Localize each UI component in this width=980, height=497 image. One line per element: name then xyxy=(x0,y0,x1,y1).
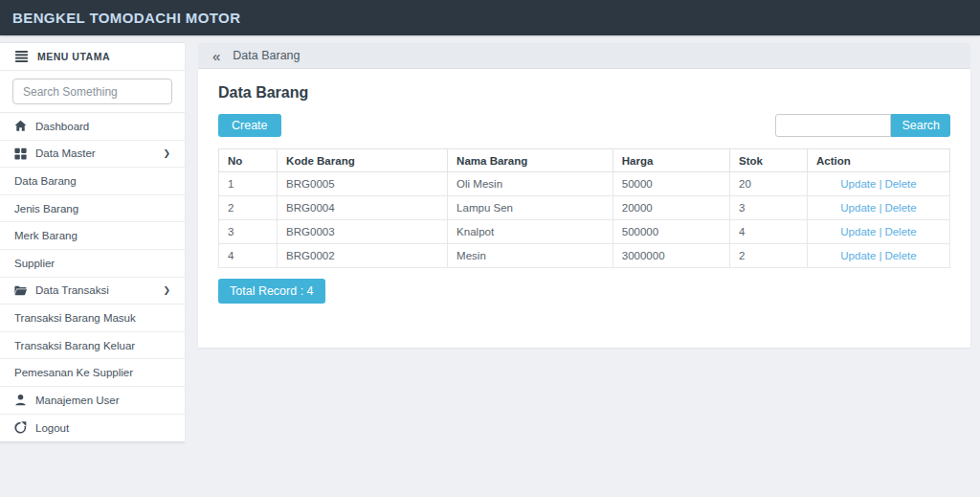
action-separator: | xyxy=(879,226,881,237)
cell-harga: 50000 xyxy=(612,172,729,196)
sidebar-menu-header: MENU UTAMA xyxy=(0,43,185,71)
delete-link[interactable]: Delete xyxy=(884,202,916,214)
update-link[interactable]: Update xyxy=(840,178,876,190)
sidebar-item-pemesanan-ke-supplier[interactable]: Pemesanan Ke Supplier xyxy=(0,359,185,387)
sidebar-item-label: Data Barang xyxy=(14,175,77,187)
user-icon xyxy=(14,394,27,406)
app-title: BENGKEL TOMODACHI MOTOR xyxy=(12,10,240,26)
cell-no: 2 xyxy=(219,196,278,220)
content-panel: Data Barang Create Search No Kode Barang… xyxy=(198,69,970,348)
sidebar-item-manajemen-user[interactable]: Manajemen User xyxy=(0,387,185,415)
table-search-input[interactable] xyxy=(775,114,891,137)
cell-harga: 500000 xyxy=(612,220,729,244)
page-title: Data Barang xyxy=(218,84,950,102)
cell-kode: BRG0002 xyxy=(278,244,448,268)
app-header: BENGKEL TOMODACHI MOTOR xyxy=(0,0,980,35)
cell-stok: 4 xyxy=(730,220,808,244)
collapse-sidebar-icon[interactable]: « xyxy=(212,49,220,63)
cell-kode: BRG0004 xyxy=(278,196,448,220)
create-button[interactable]: Create xyxy=(218,114,281,137)
sidebar-item-data-barang[interactable]: Data Barang xyxy=(0,168,185,195)
sidebar-item-data-transaksi[interactable]: Data Transaksi ❯ xyxy=(0,278,185,305)
delete-link[interactable]: Delete xyxy=(884,250,916,261)
action-separator: | xyxy=(879,202,881,214)
sidebar-item-label: Transaksi Barang Masuk xyxy=(14,312,136,324)
table-row: 1 BRG0005 Oli Mesin 50000 20 Update|Dele… xyxy=(219,172,950,196)
cell-stok: 20 xyxy=(730,172,808,196)
logout-icon xyxy=(14,421,27,434)
header-no: No xyxy=(219,149,278,172)
hamburger-icon[interactable] xyxy=(15,51,28,62)
cell-no: 3 xyxy=(219,220,278,244)
folder-icon xyxy=(14,284,27,297)
header-nama-barang: Nama Barang xyxy=(448,149,613,172)
sidebar-item-label: Jenis Barang xyxy=(14,203,78,215)
cell-action: Update|Delete xyxy=(807,220,949,244)
sidebar-item-logout[interactable]: Logout xyxy=(0,415,185,442)
delete-link[interactable]: Delete xyxy=(884,178,916,190)
table-row: 4 BRG0002 Mesin 3000000 2 Update|Delete xyxy=(219,244,950,268)
sidebar-item-label: Data Transaksi xyxy=(35,284,109,296)
breadcrumb-label: Data Barang xyxy=(233,49,300,62)
cell-no: 1 xyxy=(219,172,278,196)
table-row: 3 BRG0003 Knalpot 500000 4 Update|Delete xyxy=(219,220,950,244)
cell-action: Update|Delete xyxy=(807,172,949,196)
sidebar-search xyxy=(0,71,185,113)
sidebar-item-label: Logout xyxy=(35,422,69,434)
sidebar-item-label: Merk Barang xyxy=(14,230,78,241)
sidebar-item-merk-barang[interactable]: Merk Barang xyxy=(0,222,185,250)
update-link[interactable]: Update xyxy=(840,202,876,214)
cell-action: Update|Delete xyxy=(807,196,949,220)
update-link[interactable]: Update xyxy=(840,226,876,237)
sidebar-item-transaksi-barang-masuk[interactable]: Transaksi Barang Masuk xyxy=(0,305,185,332)
delete-link[interactable]: Delete xyxy=(884,226,916,237)
update-link[interactable]: Update xyxy=(840,250,876,261)
header-kode-barang: Kode Barang xyxy=(278,149,448,172)
header-stok: Stok xyxy=(730,149,808,172)
action-separator: | xyxy=(879,178,881,190)
cell-nama: Oli Mesin xyxy=(448,172,613,196)
grid-icon xyxy=(14,147,27,160)
search-button[interactable]: Search xyxy=(891,114,950,137)
cell-harga: 20000 xyxy=(612,196,729,220)
cell-nama: Knalpot xyxy=(448,220,613,244)
cell-no: 4 xyxy=(219,244,278,268)
menu-header-label: MENU UTAMA xyxy=(37,51,110,62)
total-record-badge: Total Record : 4 xyxy=(218,279,325,304)
sidebar-item-label: Data Master xyxy=(35,147,96,159)
cell-harga: 3000000 xyxy=(612,244,729,268)
table-search: Search xyxy=(775,114,950,137)
sidebar-search-input[interactable] xyxy=(12,79,172,104)
cell-kode: BRG0003 xyxy=(278,220,448,244)
table-row: 2 BRG0004 Lampu Sen 20000 3 Update|Delet… xyxy=(219,196,950,220)
action-separator: | xyxy=(879,250,881,261)
home-icon xyxy=(14,120,27,132)
cell-kode: BRG0005 xyxy=(278,172,448,196)
cell-stok: 3 xyxy=(730,196,808,220)
sidebar-item-data-master[interactable]: Data Master ❯ xyxy=(0,141,185,169)
sidebar: MENU UTAMA Dashboard Data Master ❯ Data … xyxy=(0,42,185,442)
table-header-row: No Kode Barang Nama Barang Harga Stok Ac… xyxy=(219,149,950,172)
cell-stok: 2 xyxy=(730,244,808,268)
sidebar-item-label: Dashboard xyxy=(35,121,89,132)
data-barang-table: No Kode Barang Nama Barang Harga Stok Ac… xyxy=(218,148,950,268)
sidebar-item-supplier[interactable]: Supplier xyxy=(0,250,185,278)
chevron-right-icon: ❯ xyxy=(163,285,170,295)
header-harga: Harga xyxy=(612,149,729,172)
sidebar-menu: Dashboard Data Master ❯ Data Barang Jeni… xyxy=(0,113,185,441)
header-action: Action xyxy=(807,149,949,172)
toolbar: Create Search xyxy=(218,114,950,137)
breadcrumb: « Data Barang xyxy=(198,43,970,69)
sidebar-item-label: Transaksi Barang Keluar xyxy=(14,340,135,351)
cell-action: Update|Delete xyxy=(807,244,949,268)
sidebar-item-transaksi-barang-keluar[interactable]: Transaksi Barang Keluar xyxy=(0,332,185,360)
cell-nama: Lampu Sen xyxy=(448,196,613,220)
chevron-right-icon: ❯ xyxy=(163,148,170,158)
main-content: « Data Barang Data Barang Create Search … xyxy=(198,43,970,348)
sidebar-item-jenis-barang[interactable]: Jenis Barang xyxy=(0,195,185,223)
cell-nama: Mesin xyxy=(448,244,613,268)
sidebar-item-dashboard[interactable]: Dashboard xyxy=(0,113,185,141)
sidebar-item-label: Pemesanan Ke Supplier xyxy=(14,367,133,378)
sidebar-item-label: Supplier xyxy=(14,258,55,269)
sidebar-item-label: Manajemen User xyxy=(35,395,120,406)
